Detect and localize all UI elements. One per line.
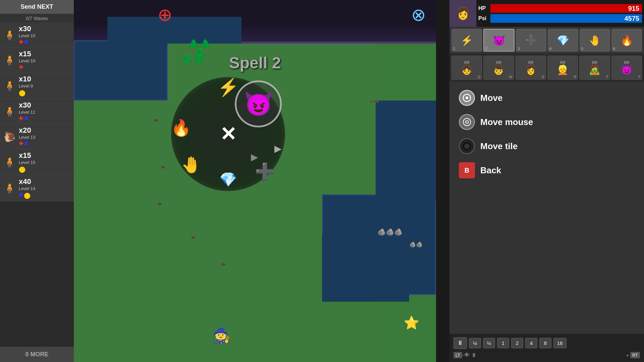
unit-row[interactable]: 🐌 x20 Level 13 ✚ ✖ [0, 124, 74, 149]
unit-row[interactable]: 🧍 x15 Level 15 ⬤ [0, 149, 74, 175]
spell-hand-icon[interactable]: 🤚 [181, 156, 201, 174]
menu-item-back[interactable]: B Back [456, 161, 637, 180]
unit-icons-5: ✚ ✖ [19, 140, 71, 147]
psi-value: 4575 [625, 15, 640, 22]
unit-level-6: Level 15 [19, 160, 71, 165]
game-area[interactable]: 🌲🌲 🌲 🌲🌲 ⬬ ⬬ ⬬ ⬬ ⬬ ◆◆◆ 🪨🪨🪨 🪨🪨 ⊕ ⊗ Spell 2… [74, 0, 436, 362]
unit-sprite-6: 🧍 [3, 153, 16, 171]
hp-bar: 915 [490, 4, 642, 13]
spell-slot-num-2: 2 [485, 46, 487, 50]
unit-info-5: x20 Level 13 ✚ ✖ [19, 126, 71, 147]
speed-2x-button[interactable]: 2 [511, 338, 523, 348]
spell-cross-slot-icon: ➕ [525, 35, 537, 46]
unit-row[interactable]: 🧍 x10 Level 9 ⬤ [0, 73, 74, 99]
speed-4x-button[interactable]: 4 [525, 338, 537, 348]
menu-back-label: Back [480, 165, 501, 176]
speed-quarter-button[interactable]: ¼ [469, 338, 481, 348]
menu-move-tile-label: Move tile [480, 141, 518, 152]
pause-button[interactable]: ⏸ [453, 337, 467, 349]
spell-slot-num-3: 3 [518, 47, 520, 51]
back-icon: B [459, 162, 475, 178]
char-count-w: 6/6 [496, 60, 501, 64]
menu-item-move[interactable]: Move [456, 88, 637, 107]
spell-slot-3[interactable]: ➕ 3 [516, 29, 546, 52]
unit-sprite-2: 🧍 [3, 51, 16, 69]
menu-item-move-mouse[interactable]: Move mouse [456, 113, 637, 131]
cursor-arrow: ▶ [251, 152, 258, 163]
spell-slot-5[interactable]: 🤚 5 [580, 29, 610, 52]
menu-item-move-tile[interactable]: Move tile [456, 137, 637, 156]
char-slot-y[interactable]: 6/6 😈 Y [611, 56, 642, 80]
spell-cross-icon[interactable]: ➕ [255, 162, 275, 181]
rt-label: RT [630, 352, 640, 358]
speed-8x-button[interactable]: 8 [539, 338, 551, 348]
char-slot-e[interactable]: 6/6 👩 E [516, 56, 546, 80]
unit-info-1: x30 Level 10 ✚ ✖ [19, 24, 71, 45]
psi-label: Psi [478, 15, 488, 21]
water-patch [74, 40, 168, 101]
map-add-button[interactable]: ⊕ [158, 5, 172, 25]
unit-level-5: Level 13 [19, 135, 71, 140]
red-plus-icon: ✚ [19, 39, 23, 45]
spell-slot-2[interactable]: 😈 2 [483, 29, 515, 52]
unit-sprite-3: 🧍 [3, 76, 16, 95]
char-portrait-w: 👦 [493, 64, 504, 75]
mud-detail: 🪨🪨🪨 [377, 228, 402, 236]
speed-1x-button[interactable]: 1 [497, 338, 509, 348]
zero-more-label: 0 MORE [0, 346, 74, 362]
char-key-w: W [509, 75, 512, 79]
char-slot-q[interactable]: 6/6 👧 Q [451, 56, 482, 80]
speed-half-button[interactable]: ½ [483, 338, 495, 348]
unit-row[interactable]: 🧍 x30 Level 11 ✚ ✖ [0, 99, 74, 124]
map-remove-button[interactable]: ⊗ [411, 5, 426, 25]
stat-bars: HP 915 Psi 4575 [476, 0, 644, 27]
unit-info-2: x15 Level 10 ✚ [19, 50, 71, 70]
radial-menu[interactable]: ⚡ 🔥 🤚 💎 😈 ➕ ▶ ▶ ✕ [168, 74, 288, 194]
spell-slot-4[interactable]: 💎 4 [548, 29, 578, 52]
unit-row[interactable]: 🧍 x30 Level 10 ✚ ✖ [0, 22, 74, 48]
water-patch [322, 235, 409, 302]
red-plus-icon: ✚ [19, 140, 23, 147]
unit-row[interactable]: 🧍 x15 Level 10 ✚ [0, 48, 74, 73]
char-slot-t[interactable]: 6/6 🧟 T [579, 56, 610, 80]
hp-value: 915 [628, 5, 639, 12]
spell-fire-icon[interactable]: 🔥 [171, 119, 191, 137]
blue-x-icon: ✖ [24, 140, 28, 147]
yellow-dot-icon: ⬤ [24, 192, 31, 199]
move-mouse-icon [459, 114, 475, 130]
char-count-e: 6/6 [528, 60, 533, 64]
spell-slot-num-5: 5 [581, 47, 583, 51]
speed-controls: ⏸ ¼ ½ 1 2 4 8 16 [453, 337, 640, 349]
unit-icons-6: ⬤ [19, 166, 71, 173]
unit-level-3: Level 9 [19, 83, 71, 88]
unit-row[interactable]: 🧍 x40 Level 14 ✖ ⬤ [0, 175, 74, 201]
unit-info-3: x10 Level 9 ⬤ [19, 75, 71, 97]
unit-sprite-4: 🧍 [3, 102, 16, 121]
char-count-y: 6/6 [624, 60, 629, 64]
spell-crystal-icon[interactable]: 💎 [219, 171, 237, 188]
svg-point-6 [464, 143, 470, 149]
radial-center-x[interactable]: ✕ [220, 123, 236, 145]
unit-sprite-7: 🧍 [3, 179, 16, 197]
yellow-dot-icon: ⬤ [19, 166, 25, 173]
right-panel: 👩 HP 915 Psi 4575 ⚡ 1 😈 2 [449, 0, 644, 362]
blue-x-icon: ✖ [19, 192, 23, 199]
unit-info-4: x30 Level 11 ✚ ✖ [19, 101, 71, 122]
spell-devil-icon[interactable]: 😈 [244, 90, 273, 118]
char-slot-r[interactable]: 6/6 👱 R [547, 56, 578, 80]
unit-count-3: x10 [19, 75, 71, 83]
send-next-button[interactable]: Send NEXT [0, 0, 74, 14]
spell-slot-6[interactable]: 🔥 6 [611, 29, 642, 52]
char-portrait-y: 😈 [621, 64, 633, 75]
move-icon [459, 90, 475, 106]
unit-info-6: x15 Level 15 ⬤ [19, 151, 71, 173]
spell-slot-1[interactable]: ⚡ 1 [451, 29, 482, 52]
char-slot-w[interactable]: 6/6 👦 W [483, 56, 514, 80]
speed-16x-button[interactable]: 16 [553, 338, 567, 348]
lt-label: LT [453, 352, 462, 358]
spell-lightning-icon[interactable]: ⚡ [217, 77, 239, 98]
map-star-icon[interactable]: ⭐ [404, 315, 419, 330]
rock-decoration: ⬬ [158, 201, 162, 207]
unit-count-5: x20 [19, 126, 71, 135]
rock-decoration: ⬬ [191, 235, 195, 240]
